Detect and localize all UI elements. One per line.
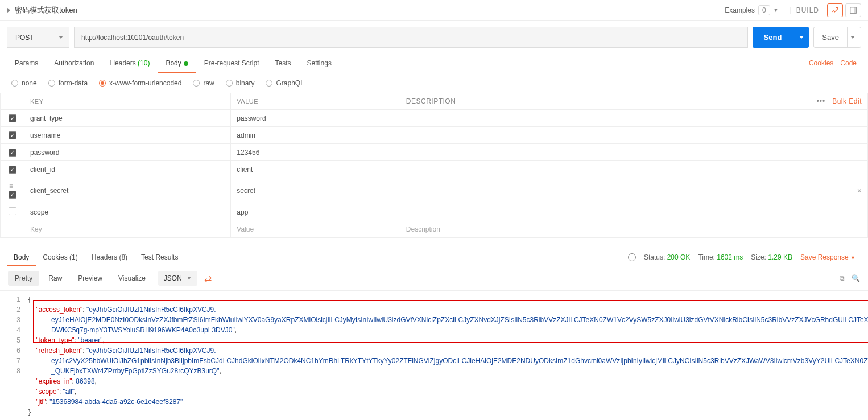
tab-params[interactable]: Params: [7, 53, 46, 73]
request-header-bar: 密码模式获取token Examples 0 ▼ | BUILD: [0, 0, 868, 21]
rtab-cookies[interactable]: Cookies (1): [36, 249, 84, 266]
method-select[interactable]: POST: [7, 27, 69, 48]
examples-dropdown[interactable]: Examples 0 ▼: [725, 5, 778, 15]
send-button[interactable]: Send: [753, 27, 809, 48]
response-tabs: Body Cookies (1) Headers (8) Test Result…: [0, 244, 868, 266]
request-title: 密码模式获取token: [15, 5, 77, 15]
delete-row-icon[interactable]: ×: [857, 186, 862, 195]
row-checkbox[interactable]: [9, 166, 16, 174]
col-value: VALUE: [231, 93, 400, 110]
radio-raw[interactable]: raw: [193, 79, 214, 87]
save-response-link[interactable]: Save Response ▼: [800, 253, 855, 261]
more-options-icon[interactable]: •••: [817, 97, 826, 105]
network-icon[interactable]: [628, 253, 636, 261]
table-row: usernameadmin: [1, 127, 868, 144]
rtab-tests[interactable]: Test Results: [134, 249, 185, 266]
col-desc: DESCRIPTION ••• Bulk Edit: [400, 93, 867, 110]
rtab-body[interactable]: Body: [7, 249, 36, 266]
tab-body[interactable]: Body: [158, 53, 196, 73]
request-tabs: Params Authorization Headers (10) Body P…: [0, 53, 868, 73]
row-checkbox[interactable]: [9, 191, 16, 199]
cell-value[interactable]: client: [231, 161, 400, 178]
table-row: grant_typepassword: [1, 110, 868, 127]
cell-value[interactable]: app: [231, 203, 400, 221]
radio-none[interactable]: none: [11, 79, 37, 87]
cell-value[interactable]: admin: [231, 127, 400, 144]
cell-key[interactable]: client_id: [24, 161, 231, 178]
cell-desc[interactable]: [400, 110, 867, 127]
cell-key[interactable]: password: [24, 144, 231, 161]
cell-key[interactable]: client_secret: [24, 178, 231, 203]
cell-key[interactable]: scope: [24, 203, 231, 221]
code-link[interactable]: Code: [840, 59, 857, 67]
cell-key[interactable]: username: [24, 127, 231, 144]
status-label: Status: 200 OK: [644, 253, 690, 261]
response-body-editor[interactable]: 12345678 { "access_token": "eyJhbGciOiJI…: [0, 291, 868, 420]
row-checkbox[interactable]: [9, 114, 16, 122]
table-row: client_idclient: [1, 161, 868, 178]
size-label: Size: 1.29 KB: [751, 253, 792, 261]
col-key: KEY: [24, 93, 231, 110]
save-button[interactable]: Save: [813, 27, 861, 48]
url-input[interactable]: http://localhost:10101/oauth/token: [74, 27, 748, 48]
body-type-radios: none form-data x-www-form-urlencoded raw…: [0, 73, 868, 93]
value-placeholder[interactable]: Value: [231, 221, 400, 238]
cell-value[interactable]: 123456: [231, 144, 400, 161]
key-placeholder[interactable]: Key: [24, 221, 231, 238]
bulk-edit-link[interactable]: Bulk Edit: [832, 97, 862, 105]
pill-visualize[interactable]: Visualize: [111, 271, 152, 286]
tab-headers[interactable]: Headers (10): [102, 53, 158, 73]
row-checkbox[interactable]: [9, 149, 16, 157]
table-row: password123456: [1, 144, 868, 161]
dot-indicator-icon: [184, 61, 188, 66]
wrap-lines-icon[interactable]: ⇄: [204, 273, 212, 284]
pill-pretty[interactable]: Pretty: [8, 271, 39, 286]
cell-desc[interactable]: [400, 203, 867, 221]
layout-icon[interactable]: [845, 3, 861, 17]
tab-tests[interactable]: Tests: [267, 53, 299, 73]
rtab-headers[interactable]: Headers (8): [85, 249, 134, 266]
collapse-toggle-icon[interactable]: [7, 7, 10, 13]
table-row: ≡client_secretsecret×: [1, 178, 868, 203]
cell-desc[interactable]: [400, 161, 867, 178]
save-split-button[interactable]: [847, 27, 861, 47]
cell-value[interactable]: secret: [231, 178, 400, 203]
cell-desc[interactable]: [400, 144, 867, 161]
radio-binary[interactable]: binary: [226, 79, 255, 87]
cell-value[interactable]: password: [231, 110, 400, 127]
tab-authorization[interactable]: Authorization: [46, 53, 102, 73]
search-icon[interactable]: 🔍: [852, 274, 860, 282]
cell-desc[interactable]: ×: [400, 178, 867, 203]
response-view-bar: Pretty Raw Preview Visualize JSON▼ ⇄ ⧉ 🔍: [0, 266, 868, 291]
row-checkbox[interactable]: [9, 207, 16, 215]
cell-key[interactable]: grant_type: [24, 110, 231, 127]
body-params-table: KEY VALUE DESCRIPTION ••• Bulk Edit gran…: [0, 93, 868, 238]
cookies-link[interactable]: Cookies: [809, 59, 833, 67]
tab-settings[interactable]: Settings: [299, 53, 340, 73]
time-label: Time: 1602 ms: [698, 253, 743, 261]
radio-formdata[interactable]: form-data: [48, 79, 88, 87]
build-label[interactable]: BUILD: [796, 6, 819, 14]
desc-placeholder[interactable]: Description: [400, 221, 867, 238]
tab-prerequest[interactable]: Pre-request Script: [196, 53, 267, 73]
format-select[interactable]: JSON▼: [158, 271, 197, 286]
comment-icon[interactable]: [827, 3, 843, 17]
copy-icon[interactable]: ⧉: [840, 274, 845, 282]
row-checkbox[interactable]: [9, 131, 16, 139]
pill-raw[interactable]: Raw: [42, 271, 69, 286]
radio-graphql[interactable]: GraphQL: [266, 79, 304, 87]
radio-urlencoded[interactable]: x-www-form-urlencoded: [99, 79, 181, 87]
cell-desc[interactable]: [400, 127, 867, 144]
send-split-button[interactable]: [793, 27, 809, 48]
table-row: scopeapp: [1, 203, 868, 221]
request-bar: POST http://localhost:10101/oauth/token …: [0, 21, 868, 53]
svg-rect-0: [850, 7, 857, 14]
pill-preview[interactable]: Preview: [71, 271, 109, 286]
